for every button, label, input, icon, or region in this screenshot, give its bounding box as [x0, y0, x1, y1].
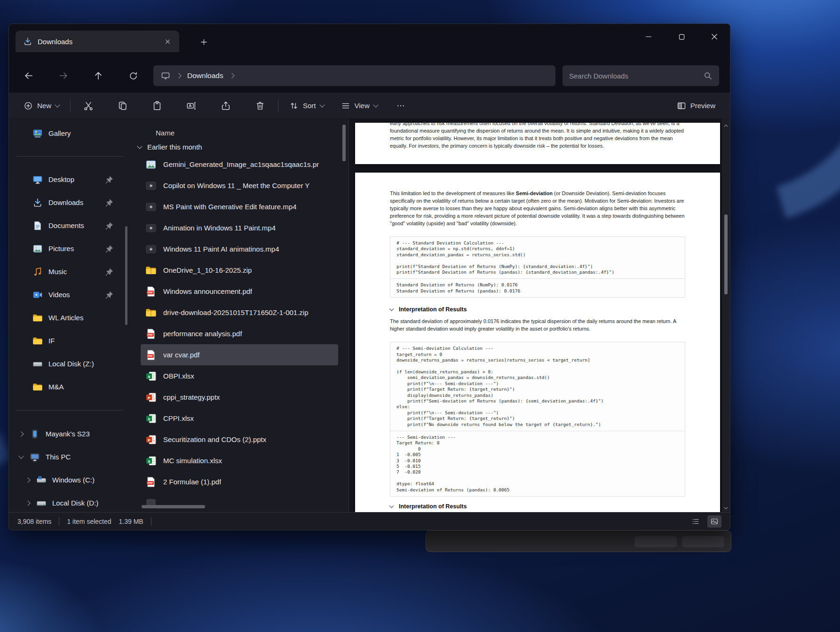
sidebar-item-if[interactable]: IF: [11, 329, 129, 352]
sidebar-item-windows-c[interactable]: Windows (C:): [11, 468, 129, 491]
breadcrumb-downloads[interactable]: Downloads: [187, 71, 223, 80]
file-name: performance analysis.pdf: [163, 330, 242, 338]
file-row[interactable]: MS Paint with Generative Edit feature.mp…: [141, 196, 338, 217]
file-row-selected[interactable]: PDFvar cvar.pdf: [141, 344, 338, 365]
pdf-icon: PDF: [145, 476, 157, 488]
ppt-icon: P: [145, 392, 157, 403]
file-row[interactable]: Copilot on Windows 11 _ Meet the Compute…: [141, 175, 338, 196]
view-button[interactable]: View: [336, 97, 383, 114]
rename-icon: [186, 101, 197, 111]
excel-icon: X: [145, 371, 157, 382]
tab-downloads[interactable]: Downloads: [16, 31, 179, 52]
share-button[interactable]: [215, 96, 236, 115]
preview-scrollbar[interactable]: [722, 119, 730, 512]
downloads-icon: [32, 198, 43, 208]
file-row[interactable]: XOBPI.xlsx: [141, 365, 338, 387]
svg-text:P: P: [148, 395, 151, 400]
folder-icon: [32, 313, 43, 323]
sidebar-divider: [16, 156, 124, 157]
chevron-right-icon[interactable]: [18, 431, 24, 436]
new-button-label: New: [37, 102, 51, 110]
scroll-down-icon[interactable]: [723, 504, 729, 509]
view-icon: [341, 101, 350, 111]
up-button[interactable]: [89, 66, 108, 85]
new-button[interactable]: New: [18, 97, 64, 114]
minimize-button[interactable]: [638, 28, 659, 46]
file-name: CPPI.xlsx: [163, 414, 194, 422]
svg-text:X: X: [148, 374, 151, 379]
file-row[interactable]: drive-download-20251015T171650Z-1-001.zi…: [141, 302, 338, 323]
tab-close-icon[interactable]: [161, 35, 174, 47]
chevron-right-icon[interactable]: [25, 500, 30, 506]
chevron-right-icon[interactable]: [176, 73, 181, 78]
sidebar-item-pictures[interactable]: Pictures: [11, 237, 129, 260]
scroll-up-icon[interactable]: [723, 122, 729, 127]
search-icon[interactable]: [703, 71, 713, 80]
preview-toggle-button[interactable]: Preview: [672, 97, 721, 114]
sidebar-item-m-a[interactable]: M&A: [11, 375, 129, 398]
sidebar-item-desktop[interactable]: Desktop: [11, 168, 129, 191]
refresh-button[interactable]: [124, 66, 143, 85]
chevron-down-icon[interactable]: [18, 453, 24, 458]
group-header-earlier-this-month[interactable]: Earlier this month: [131, 140, 349, 154]
forward-arrow-icon: [58, 71, 69, 81]
pin-icon: [104, 221, 114, 231]
sidebar-item-music[interactable]: Music: [11, 260, 129, 283]
file-row[interactable]: XMC simulation.xlsx: [141, 450, 338, 471]
sidebar-item-mayank-s-s23[interactable]: Mayank's S23: [11, 422, 129, 445]
rename-button[interactable]: [181, 96, 202, 115]
sidebar-item-label: Gallery: [48, 129, 71, 137]
file-row[interactable]: PDFWindows announcement.pdf: [141, 281, 338, 302]
copy-button[interactable]: [112, 96, 133, 115]
chevron-right-icon[interactable]: [25, 477, 30, 482]
forward-button[interactable]: [54, 66, 73, 85]
desktop-icon: [32, 174, 43, 185]
back-button[interactable]: [19, 66, 38, 85]
file-row[interactable]: Pcppi_strategy.pptx: [141, 387, 338, 408]
sidebar-item-label: WL Articles: [48, 314, 83, 322]
sidebar-item-local-disk-z[interactable]: Local Disk (Z:): [11, 352, 129, 375]
file-name: var cvar.pdf: [163, 351, 200, 359]
chevron-right-icon[interactable]: [229, 73, 234, 78]
column-header-name[interactable]: Name: [131, 126, 349, 140]
sort-button[interactable]: Sort: [284, 97, 329, 114]
sidebar-item-videos[interactable]: Videos: [11, 283, 129, 306]
sidebar-item-wl-articles[interactable]: WL Articles: [11, 306, 129, 329]
file-name: cppi_strategy.pptx: [163, 393, 220, 401]
sidebar-scrollbar[interactable]: [125, 226, 127, 325]
file-row[interactable]: Gemini_Generated_Image_ac1sqaac1sqaac1s.…: [141, 154, 338, 175]
new-tab-button[interactable]: [194, 34, 213, 49]
sidebar-item-documents[interactable]: Documents: [11, 214, 129, 237]
folder-icon: [32, 382, 43, 392]
status-divider: [59, 517, 59, 526]
address-bar[interactable]: Downloads: [153, 65, 555, 86]
close-button[interactable]: [704, 28, 725, 46]
search-input[interactable]: [569, 72, 703, 80]
file-name: Windows announcement.pdf: [163, 287, 252, 295]
file-list-vertical-scrollbar[interactable]: [342, 125, 346, 161]
sidebar-item-downloads[interactable]: Downloads: [11, 191, 129, 214]
file-row[interactable]: Windows 11 Paint AI animatinos.mp4: [141, 238, 338, 260]
file-row[interactable]: PDFperformance analysis.pdf: [141, 323, 338, 344]
file-row[interactable]: [141, 492, 338, 512]
delete-button[interactable]: [250, 96, 270, 115]
large-thumbnails-view-button[interactable]: [707, 515, 721, 528]
file-row[interactable]: Animation in Windows 11 Paint.mp4: [141, 217, 338, 238]
file-row[interactable]: PDF2 Formulae (1).pdf: [141, 471, 338, 492]
scrollbar-thumb[interactable]: [724, 214, 728, 294]
see-more-button[interactable]: [390, 96, 411, 115]
maximize-button[interactable]: [671, 28, 692, 46]
sidebar-item-this-pc[interactable]: This PC: [11, 445, 129, 468]
sidebar-item-gallery[interactable]: Gallery: [11, 122, 129, 145]
file-row[interactable]: OneDrive_1_10-16-2025.zip: [141, 260, 338, 281]
search-box[interactable]: [563, 65, 719, 86]
file-row[interactable]: PSecuritization and CDOs (2).pptx: [141, 429, 338, 450]
cut-button[interactable]: [78, 96, 99, 115]
paste-button[interactable]: [147, 96, 167, 115]
interpretation-heading-partial: Interpretation of Results: [390, 503, 685, 510]
details-view-button[interactable]: [689, 515, 703, 528]
sidebar-item-local-disk-d[interactable]: Local Disk (D:): [11, 491, 129, 512]
file-row[interactable]: XCPPI.xlsx: [141, 408, 338, 429]
image-icon: [145, 159, 157, 170]
file-list-horizontal-scrollbar[interactable]: [142, 505, 205, 508]
